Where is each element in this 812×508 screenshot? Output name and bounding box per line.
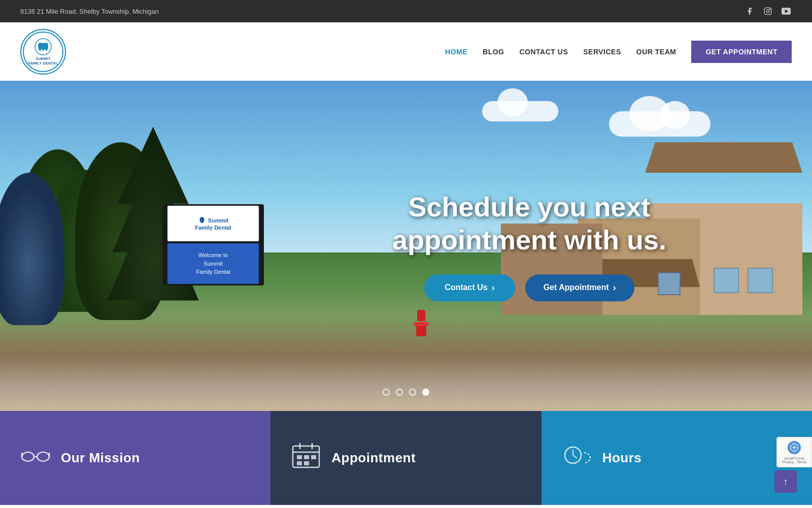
- appointment-arrow-icon: ›: [613, 282, 616, 293]
- nav-item-services[interactable]: SERVICES: [583, 48, 621, 56]
- svg-point-7: [37, 452, 49, 461]
- svg-rect-19: [304, 461, 309, 465]
- header: SUMMIT FAMILY DENTAL HOME BLOG CONTACT U…: [0, 22, 812, 81]
- svg-line-22: [573, 455, 577, 458]
- mission-title: Our Mission: [61, 450, 140, 466]
- topbar: 8136 21 Mile Road, Shelby Township, Mich…: [0, 0, 812, 22]
- hero-headline: Schedule you next appointment with us.: [392, 190, 666, 257]
- hero-buttons: Contact Us › Get Appointment ›: [392, 274, 666, 301]
- cloud-1: [609, 111, 710, 137]
- svg-rect-18: [297, 461, 302, 465]
- logo-text: SUMMIT FAMILY DENTAL: [28, 57, 58, 66]
- scroll-top-button[interactable]: ↑: [774, 470, 797, 493]
- svg-point-1: [766, 10, 769, 12]
- mission-card[interactable]: Our Mission: [0, 411, 270, 505]
- address-text: 8136 21 Mile Road, Shelby Township, Mich…: [20, 8, 159, 15]
- fire-hydrant: [414, 310, 428, 335]
- sign-top: Summit Family Dental: [167, 206, 259, 241]
- recaptcha-badge: reCAPTCHA Privacy - Terms: [776, 437, 812, 467]
- nav-item-contact[interactable]: CONTACT US: [520, 48, 568, 56]
- instagram-icon[interactable]: [762, 6, 773, 17]
- appointment-icon: [291, 441, 321, 475]
- contact-arrow-icon: ›: [492, 282, 495, 293]
- bottom-cards: Our Mission Appointment: [0, 411, 812, 505]
- logo-inner: SUMMIT FAMILY DENTAL: [23, 31, 63, 72]
- youtube-icon[interactable]: [781, 6, 792, 17]
- main-nav: HOME BLOG CONTACT US SERVICES OUR TEAM G…: [445, 41, 792, 63]
- social-icons: [744, 6, 792, 17]
- logo-area[interactable]: SUMMIT FAMILY DENTAL: [20, 29, 66, 75]
- sign-bottom: Welcome to Summit Family Dental: [167, 243, 259, 284]
- appointment-card[interactable]: Appointment: [270, 411, 541, 505]
- carousel-dot-2[interactable]: [396, 389, 403, 396]
- scroll-top-icon: ↑: [784, 477, 788, 487]
- svg-rect-17: [311, 455, 316, 459]
- logo-circle: SUMMIT FAMILY DENTAL: [20, 29, 66, 75]
- svg-rect-15: [297, 455, 302, 459]
- carousel-dot-3[interactable]: [409, 389, 416, 396]
- get-appointment-nav-button[interactable]: GET APPOINTMENT: [691, 41, 792, 63]
- cloud-2: [482, 101, 558, 121]
- mission-icon: [20, 442, 51, 474]
- svg-point-2: [769, 9, 770, 10]
- hours-card[interactable]: Hours: [542, 411, 812, 505]
- hours-title: Hours: [602, 450, 642, 466]
- nav-item-blog[interactable]: BLOG: [483, 48, 504, 56]
- svg-rect-16: [304, 455, 309, 459]
- nav-item-home[interactable]: HOME: [445, 48, 467, 56]
- get-appointment-hero-button[interactable]: Get Appointment ›: [525, 274, 634, 301]
- contact-us-hero-button[interactable]: Contact Us ›: [424, 274, 515, 301]
- facebook-icon[interactable]: [744, 6, 755, 17]
- dental-sign: Summit Family Dental Welcome to Summit F…: [162, 204, 264, 285]
- appointment-title: Appointment: [331, 450, 416, 466]
- hero-content: Schedule you next appointment with us. C…: [392, 190, 666, 301]
- carousel-dot-4[interactable]: [422, 389, 429, 396]
- carousel-dot-1[interactable]: [383, 389, 390, 396]
- carousel-dots: [383, 389, 429, 396]
- hours-icon: [562, 442, 592, 474]
- svg-point-6: [22, 452, 34, 461]
- recaptcha-icon: [787, 440, 801, 455]
- nav-item-team[interactable]: OUR TEAM: [636, 48, 676, 56]
- svg-rect-0: [764, 8, 771, 14]
- recaptcha-text: reCAPTCHA Privacy - Terms: [781, 457, 807, 464]
- hero-section: Summit Family Dental Welcome to Summit F…: [0, 81, 812, 411]
